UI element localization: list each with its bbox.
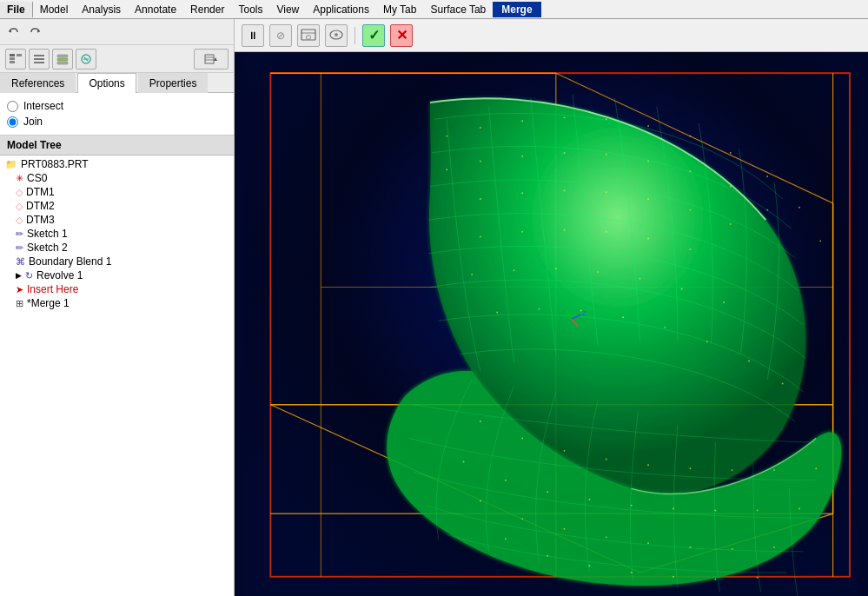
tree-options-button[interactable] bbox=[194, 49, 229, 70]
join-option[interactable]: Join bbox=[7, 116, 227, 128]
svg-point-86 bbox=[521, 437, 523, 439]
svg-point-101 bbox=[757, 509, 759, 511]
svg-point-98 bbox=[631, 505, 633, 507]
svg-point-76 bbox=[723, 301, 725, 303]
tree-item-label: DTM1 bbox=[26, 186, 55, 198]
model-tree[interactable]: 📁 PRT0883.PRT ✳ CS0 ◇ DTM1 ◇ DTM2 ◇ DTM3… bbox=[0, 156, 234, 596]
main-layout: References Options Properties Intersect … bbox=[0, 19, 868, 596]
svg-point-117 bbox=[757, 577, 759, 579]
svg-point-108 bbox=[689, 546, 691, 548]
svg-marker-18 bbox=[214, 57, 217, 61]
svg-point-51 bbox=[564, 152, 566, 154]
tab-properties[interactable]: Properties bbox=[138, 73, 209, 93]
svg-point-99 bbox=[673, 508, 674, 510]
svg-point-92 bbox=[773, 469, 775, 471]
svg-point-90 bbox=[689, 467, 691, 469]
intersect-radio[interactable] bbox=[7, 101, 18, 112]
sketch-icon: ✏ bbox=[16, 228, 23, 240]
svg-point-41 bbox=[606, 118, 607, 120]
confirm-button[interactable]: ✓ bbox=[362, 24, 385, 47]
tree-item-dtm2[interactable]: ◇ DTM2 bbox=[2, 199, 232, 213]
options-panel: Intersect Join bbox=[0, 93, 234, 136]
insert-icon: ➤ bbox=[16, 284, 23, 295]
svg-point-113 bbox=[588, 565, 590, 566]
menu-merge[interactable]: Merge bbox=[493, 2, 540, 17]
filter-button[interactable] bbox=[76, 49, 96, 70]
svg-point-100 bbox=[714, 509, 716, 511]
pause-button[interactable]: ⏸ bbox=[242, 24, 264, 47]
tree-item-label: CS0 bbox=[27, 172, 47, 184]
tree-item-label: DTM2 bbox=[26, 200, 55, 212]
tree-item-label: DTM3 bbox=[26, 214, 55, 226]
cs-icon: ✳ bbox=[16, 173, 23, 184]
svg-point-115 bbox=[673, 576, 674, 578]
menu-render[interactable]: Render bbox=[183, 2, 231, 17]
tree-item-revolve[interactable]: ▶ ↻ Revolve 1 bbox=[2, 268, 232, 282]
feature-list-button[interactable] bbox=[29, 49, 50, 70]
tree-view-button[interactable] bbox=[5, 49, 26, 70]
svg-point-47 bbox=[819, 240, 821, 242]
sketch-icon: ✏ bbox=[16, 242, 23, 254]
close-icon: ✕ bbox=[396, 27, 407, 43]
folder-icon: 📁 bbox=[5, 159, 17, 170]
pause-icon: ⏸ bbox=[248, 30, 258, 42]
svg-point-23 bbox=[335, 33, 338, 36]
svg-point-72 bbox=[555, 268, 557, 269]
undo-button[interactable] bbox=[5, 23, 23, 41]
tree-item-sketch2[interactable]: ✏ Sketch 2 bbox=[2, 241, 232, 255]
tree-item-insert-here[interactable]: ➤ Insert Here bbox=[2, 282, 232, 296]
tab-options[interactable]: Options bbox=[77, 73, 136, 93]
svg-point-49 bbox=[480, 161, 481, 162]
svg-point-80 bbox=[622, 316, 624, 318]
svg-point-89 bbox=[647, 464, 649, 466]
tree-item-label: Sketch 1 bbox=[27, 228, 68, 240]
stop-button[interactable]: ⊘ bbox=[269, 24, 292, 47]
svg-point-68 bbox=[647, 237, 649, 239]
svg-point-88 bbox=[606, 459, 607, 460]
menu-tools[interactable]: Tools bbox=[231, 2, 269, 17]
tab-references[interactable]: References bbox=[0, 73, 76, 93]
panel-tabs: References Options Properties bbox=[0, 73, 234, 93]
tree-item-dtm3[interactable]: ◇ DTM3 bbox=[2, 213, 232, 227]
svg-point-65 bbox=[521, 231, 523, 233]
svg-point-55 bbox=[730, 186, 732, 188]
layers-button[interactable] bbox=[52, 49, 73, 70]
join-radio[interactable] bbox=[7, 116, 18, 128]
tree-item-boundary-blend[interactable]: ⌘ Boundary Blend 1 bbox=[2, 255, 232, 268]
svg-point-62 bbox=[689, 209, 691, 211]
boundary-blend-icon: ⌘ bbox=[16, 256, 25, 268]
svg-point-77 bbox=[496, 312, 498, 314]
redo-button[interactable] bbox=[26, 23, 43, 41]
svg-point-114 bbox=[631, 572, 633, 573]
cancel-button[interactable]: ✕ bbox=[390, 24, 413, 47]
svg-point-45 bbox=[766, 175, 768, 177]
svg-point-116 bbox=[714, 579, 716, 580]
menu-model[interactable]: Model bbox=[33, 2, 76, 17]
menu-analysis[interactable]: Analysis bbox=[75, 2, 128, 17]
viewport[interactable]: ⏸ ⊘ bbox=[235, 19, 868, 596]
menu-view[interactable]: View bbox=[269, 2, 306, 17]
menu-annotate[interactable]: Annotate bbox=[128, 2, 183, 17]
intersect-option[interactable]: Intersect bbox=[7, 100, 227, 112]
svg-point-70 bbox=[471, 274, 473, 275]
merge-type-group: Intersect Join bbox=[7, 100, 227, 128]
menu-file[interactable]: File bbox=[0, 2, 33, 17]
datum-icon: ◇ bbox=[16, 201, 23, 212]
svg-point-50 bbox=[521, 156, 523, 157]
menu-surfacetab[interactable]: Surface Tab bbox=[423, 2, 493, 17]
svg-point-58 bbox=[521, 192, 523, 194]
svg-point-82 bbox=[706, 341, 708, 342]
menu-mytab[interactable]: My Tab bbox=[376, 2, 423, 17]
merge-toolbar: ⏸ ⊘ bbox=[235, 19, 868, 52]
tree-item-merge1[interactable]: ⊞ *Merge 1 bbox=[2, 296, 232, 310]
tree-item-label: Sketch 2 bbox=[27, 242, 68, 254]
options-display-button[interactable] bbox=[325, 24, 348, 47]
svg-point-61 bbox=[647, 198, 649, 200]
svg-point-87 bbox=[564, 450, 566, 452]
preview-button[interactable] bbox=[297, 24, 320, 47]
tree-item-cs0[interactable]: ✳ CS0 bbox=[2, 171, 232, 185]
tree-item-sketch1[interactable]: ✏ Sketch 1 bbox=[2, 227, 232, 241]
tree-item-prt[interactable]: 📁 PRT0883.PRT bbox=[2, 157, 232, 171]
tree-item-dtm1[interactable]: ◇ DTM1 bbox=[2, 185, 232, 199]
menu-applications[interactable]: Applications bbox=[306, 2, 376, 17]
